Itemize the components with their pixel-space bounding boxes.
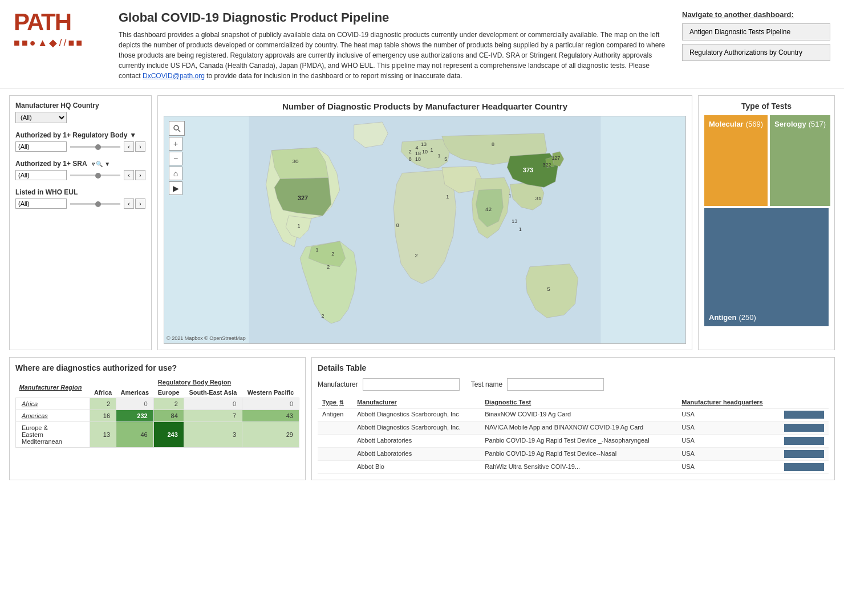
svg-text:10: 10 xyxy=(422,149,428,155)
antigen-count: (250) xyxy=(738,313,756,322)
auth-sra-input[interactable] xyxy=(15,170,67,180)
table-row: Abbott Laboratories Panbio COVID-19 Ag R… xyxy=(318,435,829,448)
cell-africa-wp: 0 xyxy=(242,398,299,410)
cell-type-5 xyxy=(318,461,352,474)
sort-icon-type: ⇅ xyxy=(339,400,344,406)
cell-americas-americas: 232 xyxy=(116,410,154,422)
cell-manufacturer-2: Abbott Diagnostics Scarborough, Inc. xyxy=(352,422,480,435)
svg-text:2: 2 xyxy=(321,313,324,319)
cell-europe-sea: 3 xyxy=(184,422,242,448)
cell-hq-3: USA xyxy=(677,435,780,448)
filter-auth-reg-label: Authorized by 1+ Regulatory Body ▼ xyxy=(15,131,145,139)
logo-circle: ● xyxy=(30,37,36,49)
testname-filter-input[interactable] xyxy=(507,378,604,391)
filter-who-eul: Listed in WHO EUL ‹ › xyxy=(15,188,145,209)
svg-text:8: 8 xyxy=(396,222,399,228)
logo-diamond: ◆ xyxy=(49,37,57,49)
filter-who-eul-row: ‹ › xyxy=(15,198,145,209)
svg-text:5: 5 xyxy=(444,156,447,162)
col-hq[interactable]: Manufacturer headquarters xyxy=(677,396,780,408)
who-eul-input[interactable] xyxy=(15,198,67,209)
table-row: Europe & Eastern Mediterranean 13 46 243… xyxy=(16,422,299,448)
cell-americas-africa: 16 xyxy=(90,410,116,422)
logo-dot4: / xyxy=(63,37,66,49)
molecular-count: (569) xyxy=(746,120,763,128)
map-search-btn[interactable] xyxy=(169,121,185,136)
auth-sra-slider[interactable] xyxy=(70,175,120,176)
cell-hq-4: USA xyxy=(677,448,780,461)
auth-reg-next[interactable]: › xyxy=(135,141,145,152)
svg-text:1: 1 xyxy=(298,223,301,229)
map-zoom-out[interactable]: − xyxy=(169,152,182,165)
map-zoom-in[interactable]: + xyxy=(169,137,182,151)
cell-hq-1: USA xyxy=(677,408,780,422)
regulatory-auth-button[interactable]: Regulatory Authorizations by Country xyxy=(682,44,830,61)
auth-sra-prev[interactable]: ‹ xyxy=(124,170,134,180)
manufacturer-filter-input[interactable] xyxy=(363,378,460,391)
cell-manufacturer-5: Abbot Bio xyxy=(352,461,480,474)
auth-reg-slider[interactable] xyxy=(70,146,120,148)
tests-antigen-bar: Antigen (250) xyxy=(704,208,829,326)
manufacturer-hq-select[interactable]: (All) xyxy=(15,112,67,123)
filter-manufacturer-hq-row: (All) xyxy=(15,112,145,123)
map-home[interactable]: ⌂ xyxy=(169,167,182,180)
col-bar xyxy=(780,396,829,408)
map-area: Number of Diagnostic Products by Manufac… xyxy=(157,95,692,350)
table-row: Abbott Diagnostics Scarborough, Inc. NAV… xyxy=(318,422,829,435)
details-table: Type ⇅ Manufacturer Diagnostic Test Manu… xyxy=(318,396,829,474)
cell-bar-3 xyxy=(780,435,829,448)
tests-molecular-bar: Molecular (569) xyxy=(704,115,768,206)
auth-reg-input[interactable] xyxy=(15,141,67,152)
logo-area: PATH ■ ■ ● ▲ ◆ / / ■ ■ xyxy=(14,10,105,49)
col-type[interactable]: Type ⇅ xyxy=(318,396,352,408)
svg-text:322: 322 xyxy=(542,162,551,168)
map-controls: + − ⌂ ▶ xyxy=(169,121,185,195)
antigen-label: Antigen xyxy=(709,313,736,322)
cell-test-2: NAVICA Mobile App and BINAXNOW COVID-19 … xyxy=(480,422,677,435)
tests-chart: Molecular (569) Serology (517) Antigen (… xyxy=(704,115,829,326)
who-eul-prev[interactable]: ‹ xyxy=(124,198,134,209)
heatmap-table: Manufacturer Region Regulatory Body Regi… xyxy=(15,377,299,448)
filter-auth-sra-label: Authorized by 1+ SRA ▿ 🔍 ▼ xyxy=(15,160,145,168)
nav-label: Navigate to another dashboard: xyxy=(682,10,830,19)
heatmap-col-americas: Americas xyxy=(116,387,154,398)
email-link[interactable]: DxCOVID@path.org xyxy=(143,72,205,80)
cell-europe-wp: 29 xyxy=(242,422,299,448)
cell-africa-africa: 2 xyxy=(90,398,116,410)
auth-reg-prev[interactable]: ‹ xyxy=(124,141,134,152)
details-section: Details Table Manufacturer Test name Typ… xyxy=(311,357,835,480)
table-row: Americas 16 232 84 7 43 xyxy=(16,410,299,422)
auth-sra-next[interactable]: › xyxy=(135,170,145,180)
map-title: Number of Diagnostic Products by Manufac… xyxy=(164,102,686,111)
table-row: Antigen Abbott Diagnostics Scarborough, … xyxy=(318,408,829,422)
svg-text:5: 5 xyxy=(547,286,550,292)
table-row: Africa 2 0 2 0 0 xyxy=(16,398,299,410)
logo-dot5: ■ xyxy=(76,37,82,49)
map-container[interactable]: + − ⌂ ▶ xyxy=(164,116,686,344)
svg-text:1: 1 xyxy=(430,147,433,153)
cell-test-1: BinaxNOW COVID-19 Ag Card xyxy=(480,408,677,422)
map-copyright: © 2021 Mapbox © OpenStreetMap xyxy=(167,335,246,341)
heatmap-title: Where are diagnostics authorized for use… xyxy=(15,363,299,372)
testname-filter-group: Test name xyxy=(471,378,604,391)
manufacturer-filter-label: Manufacturer xyxy=(318,380,358,388)
testname-filter-label: Test name xyxy=(471,380,502,388)
main-content: Manufacturer HQ Country (All) Authorized… xyxy=(0,88,844,357)
tests-top-row: Molecular (569) Serology (517) xyxy=(704,115,829,206)
col-diagnostic-test[interactable]: Diagnostic Test xyxy=(480,396,677,408)
page-title: Global COVID-19 Diagnostic Product Pipel… xyxy=(119,10,671,25)
who-eul-next[interactable]: › xyxy=(135,198,145,209)
svg-point-0 xyxy=(174,125,178,130)
cell-test-5: RahWiz Ultra Sensitive COIV-19... xyxy=(480,461,677,474)
cell-americas-europe: 84 xyxy=(153,410,184,422)
row-label-americas: Americas xyxy=(16,410,90,422)
svg-text:1: 1 xyxy=(315,247,318,253)
heatmap-col-sea: South-East Asia xyxy=(184,387,242,398)
map-pan[interactable]: ▶ xyxy=(169,181,182,195)
svg-text:30: 30 xyxy=(293,158,299,164)
col-manufacturer[interactable]: Manufacturer xyxy=(352,396,480,408)
filter-auth-reg-row: ‹ › xyxy=(15,141,145,152)
who-eul-slider[interactable] xyxy=(70,203,120,205)
cell-type-1: Antigen xyxy=(318,408,352,422)
antigen-pipeline-button[interactable]: Antigen Diagnostic Tests Pipeline xyxy=(682,23,830,40)
